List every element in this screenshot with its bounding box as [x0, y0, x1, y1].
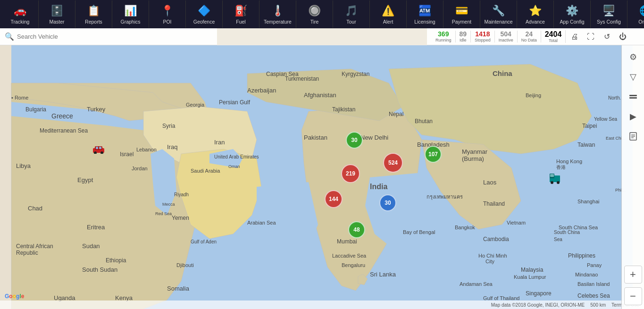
nav-item-graphics[interactable]: 📊 Graphics	[112, 0, 149, 28]
svg-text:Iraq: Iraq	[167, 143, 177, 150]
nav-item-reports[interactable]: 📋 Reports	[75, 0, 112, 28]
nav-item-tracking[interactable]: 🚗 Tracking	[2, 0, 39, 28]
vehicle-car[interactable]	[92, 144, 105, 154]
svg-text:Libya: Libya	[16, 162, 31, 169]
report-panel-button[interactable]	[624, 127, 642, 145]
nav-item-fuel[interactable]: ⛽ Fuel	[223, 0, 259, 28]
cluster-219[interactable]: 219	[341, 164, 360, 183]
reports-label: Reports	[85, 19, 102, 25]
svg-point-97	[557, 181, 560, 184]
svg-text:กรุงเทพมหานคร: กรุงเทพมหานคร	[427, 194, 463, 200]
cluster-107[interactable]: 107	[425, 146, 442, 163]
map-svg: Greece Turkey Syria Iraq Iran Saudi Arab…	[0, 45, 644, 309]
fuel-label: Fuel	[236, 19, 245, 25]
svg-text:Singapore: Singapore	[526, 290, 552, 297]
tire-icon: 🔘	[308, 4, 322, 18]
nodata-status: 24 No Data	[518, 31, 541, 42]
poi-icon: 📍	[160, 4, 175, 18]
tour-label: Tour	[346, 19, 356, 25]
search-input[interactable]	[17, 33, 212, 40]
master-label: Master	[49, 19, 64, 25]
nav-item-tour[interactable]: 🎵 Tour	[333, 0, 370, 28]
svg-text:Saudi Arabia: Saudi Arabia	[191, 168, 220, 174]
tracking-icon: 🚗	[13, 4, 27, 18]
temperature-label: Temperature	[264, 19, 292, 25]
play-panel-button[interactable]: ▶	[624, 108, 642, 125]
svg-rect-99	[629, 97, 637, 99]
stopped-count: 1418	[475, 31, 490, 38]
svg-text:Panay: Panay	[587, 262, 602, 268]
svg-point-96	[551, 181, 553, 184]
fullscreen-button[interactable]: ⛶	[584, 30, 598, 44]
svg-rect-98	[629, 95, 637, 96]
zoom-out-button[interactable]: −	[624, 287, 642, 305]
filter-panel-button[interactable]: ▽	[624, 68, 642, 86]
search-bar: 🔍	[0, 28, 217, 45]
idle-count: 89	[460, 31, 467, 38]
zoom-in-button[interactable]: +	[624, 266, 642, 284]
running-count: 369	[438, 31, 449, 38]
nav-item-geofence[interactable]: 🔷 Geofence	[186, 0, 223, 28]
svg-text:Red Sea: Red Sea	[155, 211, 172, 216]
nav-item-payment[interactable]: 💳 Payment	[443, 0, 480, 28]
svg-text:Mecca: Mecca	[162, 202, 175, 207]
svg-text:Egypt: Egypt	[77, 176, 93, 184]
inactive-count: 504	[500, 31, 511, 38]
svg-rect-92	[99, 147, 101, 149]
svg-text:Iran: Iran	[214, 139, 225, 146]
layers-panel-button[interactable]	[624, 88, 642, 106]
nav-item-sysconfig[interactable]: 🖥️ Sys Config	[591, 0, 627, 28]
refresh-button[interactable]: ↺	[600, 30, 614, 44]
svg-text:Nepal: Nepal	[389, 111, 403, 117]
svg-text:United Arab Emirates: United Arab Emirates	[214, 154, 259, 159]
nav-item-maintenance[interactable]: 🔧 Maintenance	[480, 0, 517, 28]
nav-item-online[interactable]: 🌐 Online	[627, 0, 644, 28]
map-area[interactable]: Greece Turkey Syria Iraq Iran Saudi Arab…	[0, 45, 644, 309]
svg-text:New Delhi: New Delhi	[360, 134, 388, 141]
power-button[interactable]: ⏻	[616, 30, 630, 44]
svg-text:(Burma): (Burma)	[462, 155, 484, 162]
map-footer: Map data ©2018 Google, INEGI, ORION-ME 5…	[0, 301, 644, 309]
svg-text:Gulf of Aden: Gulf of Aden	[191, 239, 217, 244]
map-copyright: Map data ©2018 Google, INEGI, ORION-ME	[491, 302, 585, 308]
maintenance-label: Maintenance	[484, 19, 512, 25]
nav-item-licensing[interactable]: 🏧 Licensing	[407, 0, 443, 28]
svg-text:Philippines: Philippines	[568, 252, 595, 259]
svg-text:Laccadive Sea: Laccadive Sea	[332, 253, 367, 259]
cluster-mumbai[interactable]: 144	[325, 190, 343, 208]
svg-text:Israel: Israel	[120, 151, 134, 158]
svg-text:Malaysia: Malaysia	[521, 267, 544, 273]
svg-text:South China: South China	[554, 230, 580, 235]
nav-item-appconfig[interactable]: ⚙️ App Config	[554, 0, 591, 28]
nav-item-temperature[interactable]: 🌡️ Temperature	[259, 0, 296, 28]
graphics-label: Graphics	[120, 19, 140, 25]
vehicle-truck[interactable]	[549, 172, 562, 185]
nav-item-poi[interactable]: 📍 POI	[149, 0, 186, 28]
cluster-northeast-india[interactable]: 524	[383, 153, 403, 173]
svg-text:Eritrea: Eritrea	[87, 224, 105, 231]
geofence-label: Geofence	[193, 19, 215, 25]
nav-item-advance[interactable]: ⭐ Advance	[517, 0, 554, 28]
print-button[interactable]: 🖨	[568, 30, 582, 44]
geofence-icon: 🔷	[197, 4, 211, 18]
online-icon: 🌐	[639, 4, 644, 18]
svg-text:Lebanon: Lebanon	[136, 147, 157, 152]
svg-text:Pakistan: Pakistan	[304, 134, 327, 141]
inactive-status: 504 Inactive	[495, 31, 518, 42]
payment-label: Payment	[452, 19, 471, 25]
nav-item-alert[interactable]: ⚠️ Alert	[370, 0, 407, 28]
nav-item-master[interactable]: 🗄️ Master	[39, 0, 75, 28]
cluster-newdelhi[interactable]: 30	[346, 132, 363, 149]
settings-panel-button[interactable]: ⚙	[624, 48, 642, 66]
svg-text:Chad: Chad	[28, 205, 42, 212]
licensing-icon: 🏧	[418, 4, 432, 18]
stopped-status: 1418 Stopped	[471, 31, 495, 42]
cluster-blue-30[interactable]: 30	[379, 194, 396, 211]
nav-item-tire[interactable]: 🔘 Tire	[296, 0, 333, 28]
svg-text:Georgia: Georgia	[186, 102, 205, 108]
svg-text:Sudan: Sudan	[82, 242, 100, 250]
stopped-label: Stopped	[475, 38, 491, 42]
cluster-bengaluru[interactable]: 48	[348, 221, 365, 238]
svg-text:Basilan Island: Basilan Island	[577, 281, 610, 287]
svg-text:Arabian Sea: Arabian Sea	[247, 220, 276, 225]
